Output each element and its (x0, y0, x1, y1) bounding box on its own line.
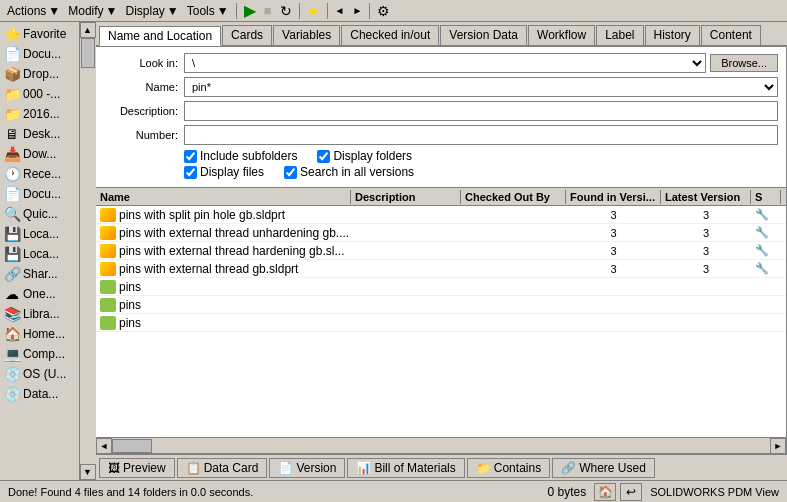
os-icon: 💿 (4, 366, 20, 382)
sidebar-scrollbar: ▲ ▼ (79, 22, 95, 480)
search-all-versions-checkbox[interactable] (284, 166, 297, 179)
sidebar-label-000: 000 -... (23, 87, 60, 101)
modify-menu[interactable]: Modify ▼ (65, 3, 120, 19)
status-icons: 🏠 ↩ (594, 483, 642, 501)
tab-version-data[interactable]: Version Data (440, 25, 527, 45)
column-headers: Name Description Checked Out By Found in… (96, 188, 786, 206)
favorites-button[interactable]: ★ (304, 2, 323, 20)
col-found-in-version[interactable]: Found in Versi... (566, 190, 661, 204)
col-checked-out-by[interactable]: Checked Out By (461, 190, 566, 204)
sidebar-label-local1: Loca... (23, 227, 59, 241)
look-in-select[interactable]: \ (184, 53, 706, 73)
bottom-tab-data-card[interactable]: 📋 Data Card (177, 458, 268, 478)
refresh-button[interactable]: ↻ (277, 2, 295, 20)
file-icon (100, 262, 116, 276)
status-icon-btn-1[interactable]: 🏠 (594, 483, 616, 501)
sidebar-label-os: OS (U... (23, 367, 66, 381)
data-icon: 💿 (4, 386, 20, 402)
bottom-tab-version[interactable]: 📄 Version (269, 458, 345, 478)
main-toolbar: Actions ▼ Modify ▼ Display ▼ Tools ▼ ▶ ■… (0, 0, 787, 22)
h-scroll-left-button[interactable]: ◄ (96, 438, 112, 454)
bottom-tab-contains[interactable]: 📁 Contains (467, 458, 550, 478)
scroll-track[interactable] (80, 38, 96, 464)
modify-dropdown-icon: ▼ (106, 4, 118, 18)
sidebar-label-recent: Rece... (23, 167, 61, 181)
description-row: Description: (104, 101, 778, 121)
dropbox-icon: 📦 (4, 66, 20, 82)
sidebar-label-local2: Loca... (23, 247, 59, 261)
tab-name-location[interactable]: Name and Location (99, 26, 221, 46)
table-row[interactable]: pins (96, 296, 786, 314)
col-latest-version[interactable]: Latest Version (661, 190, 751, 204)
file-icon (100, 226, 116, 240)
col-description[interactable]: Description (351, 190, 461, 204)
bottom-tab-bom[interactable]: 📊 Bill of Materials (347, 458, 464, 478)
col-name[interactable]: Name (96, 190, 351, 204)
table-row[interactable]: pins with split pin hole gb.sldprt 3 3 🔧 (96, 206, 786, 224)
tab-cards[interactable]: Cards (222, 25, 272, 45)
sidebar-label-share: Shar... (23, 267, 58, 281)
scroll-down-button[interactable]: ▼ (80, 464, 96, 480)
main-area: ⭐ Favorite 📄 Docu... 📦 Drop... 📁 000 -..… (0, 22, 787, 480)
status-right: 0 bytes 🏠 ↩ SOLIDWORKS PDM View (548, 483, 779, 501)
where-used-icon: 🔗 (561, 461, 576, 475)
look-in-select-wrapper: \ (184, 53, 706, 73)
sidebar-label-libraries: Libra... (23, 307, 60, 321)
number-row: Number: (104, 125, 778, 145)
scroll-up-button[interactable]: ▲ (80, 22, 96, 38)
number-input[interactable] (184, 125, 778, 145)
table-row[interactable]: pins with external thread gb.sldprt 3 3 … (96, 260, 786, 278)
h-scroll-track[interactable] (112, 438, 770, 454)
tab-workflow[interactable]: Workflow (528, 25, 595, 45)
tab-label[interactable]: Label (596, 25, 643, 45)
sidebar-label-home: Home... (23, 327, 65, 341)
forward-button[interactable]: ► (349, 4, 365, 17)
results-area: Name Description Checked Out By Found in… (95, 188, 787, 454)
favorites-icon: ⭐ (4, 26, 20, 42)
table-row[interactable]: pins with external thread unhardening gb… (96, 224, 786, 242)
desktop-icon: 🖥 (4, 126, 20, 142)
stop-button[interactable]: ■ (261, 2, 275, 19)
computer-icon: 💻 (4, 346, 20, 362)
tab-variables[interactable]: Variables (273, 25, 340, 45)
include-subfolders-checkbox[interactable] (184, 150, 197, 163)
sidebar-label-computer: Comp... (23, 347, 65, 361)
number-label: Number: (104, 129, 184, 141)
settings-button[interactable]: ⚙ (374, 2, 393, 20)
table-row[interactable]: pins (96, 314, 786, 332)
recent-icon: 🕐 (4, 166, 20, 182)
display-menu[interactable]: Display ▼ (122, 3, 181, 19)
scroll-thumb[interactable] (81, 38, 95, 68)
actions-menu[interactable]: Actions ▼ (4, 3, 63, 19)
tab-bar: Name and Location Cards Variables Checke… (95, 22, 787, 46)
sidebar-label-quick: Quic... (23, 207, 58, 221)
description-input[interactable] (184, 101, 778, 121)
col-s[interactable]: S (751, 190, 781, 204)
contains-icon: 📁 (476, 461, 491, 475)
quick-icon: 🔍 (4, 206, 20, 222)
tab-content[interactable]: Content (701, 25, 761, 45)
bottom-tab-preview[interactable]: 🖼 Preview (99, 458, 175, 478)
back-button[interactable]: ◄ (332, 4, 348, 17)
bottom-tab-where-used[interactable]: 🔗 Where Used (552, 458, 655, 478)
play-button[interactable]: ▶ (241, 0, 259, 21)
display-folders-checkbox[interactable] (317, 150, 330, 163)
name-select[interactable]: pin* (184, 77, 778, 97)
bottom-tabs: 🖼 Preview 📋 Data Card 📄 Version 📊 Bill o… (95, 454, 787, 480)
horizontal-scrollbar: ◄ ► (96, 437, 786, 453)
tools-menu[interactable]: Tools ▼ (184, 3, 232, 19)
display-label: Display (125, 4, 164, 18)
tab-history[interactable]: History (645, 25, 700, 45)
sidebar-label-downloads: Dow... (23, 147, 56, 161)
modify-label: Modify (68, 4, 103, 18)
separator-1 (236, 3, 237, 19)
table-row[interactable]: pins (96, 278, 786, 296)
status-icon-btn-2[interactable]: ↩ (620, 483, 642, 501)
h-scroll-right-button[interactable]: ► (770, 438, 786, 454)
display-files-checkbox[interactable] (184, 166, 197, 179)
tab-checked-inout[interactable]: Checked in/out (341, 25, 439, 45)
include-subfolders-label: Include subfolders (184, 149, 297, 163)
h-scroll-thumb[interactable] (112, 439, 152, 453)
browse-button[interactable]: Browse... (710, 54, 778, 72)
table-row[interactable]: pins with external thread hardening gb.s… (96, 242, 786, 260)
